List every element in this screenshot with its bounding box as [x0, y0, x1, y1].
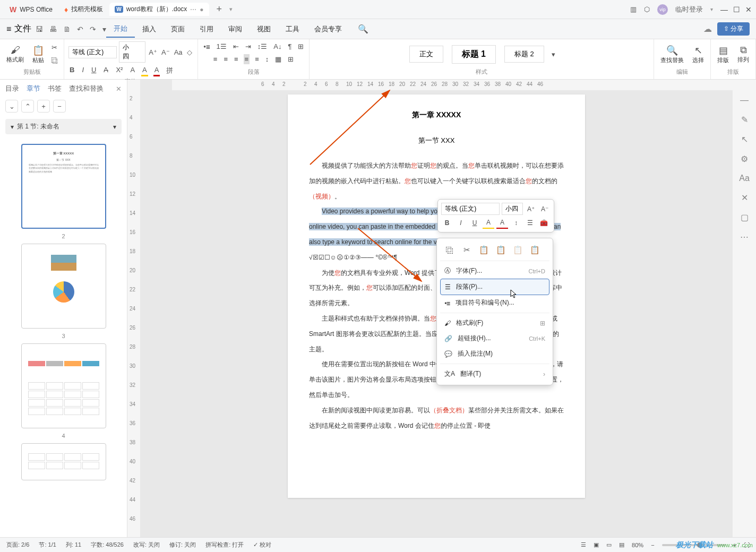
- add-section-icon[interactable]: +: [37, 100, 50, 113]
- line-spacing-icon[interactable]: ↕☰: [256, 41, 269, 52]
- redo-icon[interactable]: ↷: [90, 25, 96, 33]
- menu-tools[interactable]: 工具: [278, 21, 307, 37]
- copy-icon[interactable]: ⿻: [50, 56, 59, 66]
- cloud-icon[interactable]: ☁: [703, 24, 712, 34]
- nav-tab-toc[interactable]: 目录: [5, 84, 19, 93]
- underline-icon[interactable]: U: [90, 65, 97, 76]
- ctx-copy-icon[interactable]: ⿻: [443, 244, 456, 256]
- styles-more-icon[interactable]: ▾: [551, 49, 556, 59]
- mini-italic-icon[interactable]: I: [455, 217, 467, 229]
- align-left-icon[interactable]: ≡: [212, 54, 219, 64]
- rail-more-icon[interactable]: ⋯: [740, 232, 749, 242]
- page-thumbnail-3[interactable]: [21, 244, 106, 329]
- tab-overflow-icon[interactable]: ⋯: [190, 6, 196, 13]
- find-replace-button[interactable]: 🔍 查找替换: [658, 44, 686, 65]
- pinyin-icon[interactable]: 拼: [165, 65, 174, 76]
- mini-highlight-icon[interactable]: A: [483, 217, 494, 229]
- status-page[interactable]: 页面: 2/6: [6, 541, 29, 549]
- login-text[interactable]: 临时登录: [675, 5, 703, 14]
- remove-section-icon[interactable]: −: [53, 100, 66, 113]
- ctx-paste-icon[interactable]: 📋: [477, 244, 490, 256]
- ctx-translate[interactable]: 文A 翻译(T) ›: [440, 366, 549, 382]
- menu-member[interactable]: 会员专享: [307, 21, 349, 37]
- ctx-comment[interactable]: 💬 插入批注(M): [440, 346, 549, 361]
- clear-format-icon[interactable]: ◇: [186, 47, 193, 57]
- zoom-out-icon[interactable]: −: [651, 542, 654, 548]
- ctx-format-painter[interactable]: 🖌 格式刷(F) ⊞: [440, 315, 549, 331]
- show-marks-icon[interactable]: ¶: [287, 41, 293, 52]
- print-icon[interactable]: 🖶: [49, 25, 57, 33]
- change-case-icon[interactable]: Aa: [173, 47, 184, 57]
- style-normal[interactable]: 正文: [409, 46, 443, 63]
- rail-tools-icon[interactable]: ✕: [741, 193, 748, 203]
- status-spell[interactable]: 拼写检查: 打开: [205, 541, 244, 549]
- increase-indent-icon[interactable]: ⇥: [244, 41, 252, 52]
- page-thumbnail-5[interactable]: [21, 443, 106, 480]
- menu-start[interactable]: 开始: [106, 21, 135, 38]
- status-section[interactable]: 节: 1/1: [39, 541, 56, 549]
- highlight-icon[interactable]: A: [141, 65, 148, 76]
- ctx-font[interactable]: Ⓐ 字体(F)... Ctrl+D: [440, 263, 549, 279]
- menu-reference[interactable]: 引用: [192, 21, 221, 37]
- nav-tab-find[interactable]: 查找和替换: [69, 84, 104, 93]
- bullets-icon[interactable]: ⦁☰: [202, 41, 211, 52]
- menu-insert[interactable]: 插入: [135, 21, 164, 37]
- superscript-icon[interactable]: X²: [115, 65, 124, 76]
- avatar[interactable]: vip: [657, 4, 668, 15]
- panel-icon[interactable]: ▥: [630, 5, 637, 13]
- spacing-icon[interactable]: ↕: [264, 54, 270, 64]
- arrange-button[interactable]: ▤ 排版: [715, 44, 731, 65]
- nav-tab-bookmarks[interactable]: 书签: [48, 84, 62, 93]
- text-effect-icon[interactable]: A: [129, 65, 136, 76]
- new-tab-button[interactable]: +: [210, 4, 229, 15]
- decrease-font-icon[interactable]: A⁻: [160, 47, 171, 57]
- paste-button[interactable]: 📋 粘贴: [30, 44, 46, 65]
- increase-font-icon[interactable]: A⁺: [148, 47, 158, 57]
- ctx-paste-text-icon[interactable]: 📋: [511, 244, 524, 256]
- mini-font-color-icon[interactable]: A: [496, 217, 508, 229]
- strikethrough-icon[interactable]: A̶: [102, 65, 109, 76]
- shading-icon[interactable]: ▦: [274, 54, 282, 64]
- mini-bold-icon[interactable]: B: [441, 217, 453, 229]
- mini-line-spacing-icon[interactable]: ↕: [510, 217, 522, 229]
- tab-document[interactable]: W word教程（新）.docx ⋯ ●: [109, 3, 209, 16]
- align-center-icon[interactable]: ≡: [222, 54, 229, 64]
- view-web-icon[interactable]: ▭: [606, 541, 612, 548]
- bold-icon[interactable]: B: [68, 65, 75, 76]
- quick-dropdown-icon[interactable]: ▾: [102, 25, 106, 33]
- align-right-icon[interactable]: ≡: [233, 54, 239, 64]
- status-words[interactable]: 字数: 48/526: [91, 541, 124, 549]
- status-proof[interactable]: ✓ 校对: [253, 541, 271, 549]
- mini-decrease-font-icon[interactable]: A⁻: [539, 203, 551, 215]
- tab-wps-office[interactable]: W WPS Office: [4, 3, 58, 16]
- menu-view[interactable]: 视图: [250, 21, 278, 37]
- status-revision[interactable]: 改写: 关闭: [133, 541, 160, 549]
- border-icon[interactable]: ⊞: [287, 54, 295, 64]
- rail-settings-icon[interactable]: ⚙: [741, 154, 748, 164]
- view-read-icon[interactable]: ▤: [619, 541, 624, 548]
- page-thumbnail-4[interactable]: [21, 343, 106, 428]
- share-button[interactable]: ⇧ 分享: [717, 22, 750, 36]
- cube-icon[interactable]: ⬡: [644, 5, 650, 13]
- italic-icon[interactable]: I: [81, 65, 85, 76]
- expand-icon[interactable]: ⌃: [21, 100, 34, 113]
- font-size-select[interactable]: 小四: [119, 41, 145, 63]
- view-print-icon[interactable]: ▣: [594, 541, 599, 548]
- undo-icon[interactable]: ↶: [77, 25, 83, 33]
- nav-close-icon[interactable]: ✕: [116, 85, 122, 93]
- menu-review[interactable]: 审阅: [221, 21, 250, 37]
- style-heading2[interactable]: 标题 2: [504, 46, 544, 63]
- rail-page-icon[interactable]: ▢: [741, 212, 749, 222]
- select-button[interactable]: ↖ 选择: [690, 44, 706, 65]
- page-thumbnail-2[interactable]: 第一章 XXXXX 第一节 XXX 视频提供了功能强大的方法帮助您证明您的观点。…: [21, 144, 106, 229]
- file-menu[interactable]: ≡ 文件: [6, 23, 31, 34]
- collapse-icon[interactable]: ⌄: [5, 100, 18, 113]
- align-button[interactable]: ⧉ 排列: [735, 44, 751, 65]
- mini-list-icon[interactable]: ☰: [524, 217, 536, 229]
- ctx-bullets[interactable]: ⦁☰ 项目符号和编号(N)...: [440, 295, 549, 310]
- mini-toolbox-icon[interactable]: 🧰: [538, 217, 549, 229]
- align-justify-icon[interactable]: ≡: [244, 54, 250, 64]
- tab-close-icon[interactable]: ●: [200, 6, 203, 13]
- style-heading1[interactable]: 标题 1: [452, 45, 496, 64]
- rail-style-icon[interactable]: Aa: [739, 174, 750, 183]
